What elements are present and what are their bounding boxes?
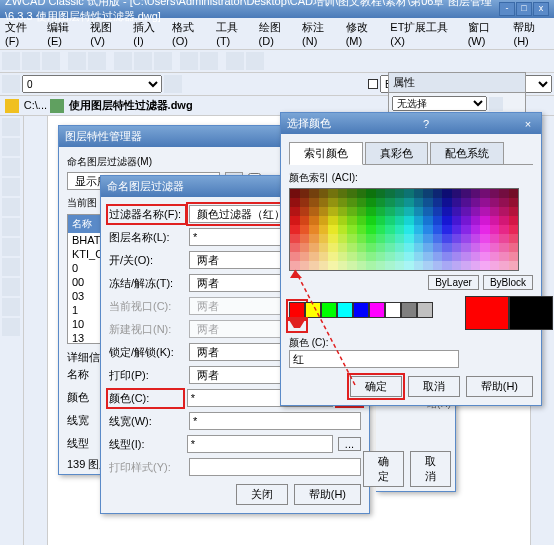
lt-filter-input[interactable]: [187, 435, 333, 453]
palette-swatch[interactable]: [395, 243, 405, 252]
palette-swatch[interactable]: [423, 252, 433, 261]
palette-swatch[interactable]: [452, 189, 462, 198]
palette-swatch[interactable]: [461, 252, 471, 261]
palette-swatch[interactable]: [319, 189, 329, 198]
palette-swatch[interactable]: [300, 261, 310, 270]
palette-swatch[interactable]: [490, 234, 500, 243]
palette-swatch[interactable]: [328, 189, 338, 198]
zoom-icon[interactable]: [246, 52, 264, 70]
palette-swatch[interactable]: [404, 189, 414, 198]
palette-swatch[interactable]: [347, 207, 357, 216]
palette-swatch[interactable]: [376, 189, 386, 198]
palette-swatch[interactable]: [414, 243, 424, 252]
palette-swatch[interactable]: [442, 252, 452, 261]
palette-swatch[interactable]: [509, 234, 519, 243]
palette-swatch[interactable]: [490, 243, 500, 252]
palette-swatch[interactable]: [385, 216, 395, 225]
palette-swatch[interactable]: [471, 252, 481, 261]
filter-help-button[interactable]: 帮助(H): [294, 484, 361, 505]
palette-swatch[interactable]: [395, 207, 405, 216]
palette-swatch[interactable]: [338, 198, 348, 207]
palette-swatch[interactable]: [404, 243, 414, 252]
palette-swatch[interactable]: [300, 252, 310, 261]
palette-swatch[interactable]: [338, 243, 348, 252]
palette-swatch[interactable]: [357, 189, 367, 198]
palette-swatch[interactable]: [499, 198, 509, 207]
palette-swatch[interactable]: [499, 261, 509, 270]
menu-et[interactable]: ET扩展工具(X): [390, 20, 459, 47]
color-cancel-button[interactable]: 取消: [408, 376, 460, 397]
layer-prev-icon[interactable]: [164, 75, 182, 93]
save-icon[interactable]: [42, 52, 60, 70]
palette-swatch[interactable]: [433, 252, 443, 261]
palette-swatch[interactable]: [300, 216, 310, 225]
palette-swatch[interactable]: [471, 243, 481, 252]
redo-icon[interactable]: [200, 52, 218, 70]
palette-swatch[interactable]: [328, 234, 338, 243]
spline-icon[interactable]: [2, 258, 20, 276]
palette-swatch[interactable]: [290, 234, 300, 243]
palette-swatch[interactable]: [404, 207, 414, 216]
menu-format[interactable]: 格式(O): [172, 20, 208, 47]
palette-swatch[interactable]: [404, 225, 414, 234]
layer-mgr-icon[interactable]: [2, 75, 20, 93]
std-color-swatch[interactable]: [385, 302, 401, 318]
std-color-swatch[interactable]: [369, 302, 385, 318]
palette-swatch[interactable]: [366, 234, 376, 243]
palette-swatch[interactable]: [347, 198, 357, 207]
palette-swatch[interactable]: [461, 216, 471, 225]
palette-swatch[interactable]: [423, 207, 433, 216]
copy-icon[interactable]: [134, 52, 152, 70]
palette-swatch[interactable]: [490, 252, 500, 261]
std-color-swatch[interactable]: [305, 302, 321, 318]
palette-swatch[interactable]: [490, 261, 500, 270]
palette-swatch[interactable]: [423, 198, 433, 207]
palette-swatch[interactable]: [328, 252, 338, 261]
palette-swatch[interactable]: [404, 198, 414, 207]
palette-swatch[interactable]: [290, 189, 300, 198]
palette-swatch[interactable]: [319, 252, 329, 261]
palette-swatch[interactable]: [452, 243, 462, 252]
palette-swatch[interactable]: [290, 198, 300, 207]
palette-swatch[interactable]: [347, 225, 357, 234]
palette-swatch[interactable]: [385, 198, 395, 207]
palette-swatch[interactable]: [328, 261, 338, 270]
palette-swatch[interactable]: [385, 189, 395, 198]
pline-icon[interactable]: [2, 158, 20, 176]
palette-swatch[interactable]: [414, 198, 424, 207]
maximize-button[interactable]: □: [516, 2, 532, 16]
menu-insert[interactable]: 插入(I): [133, 20, 164, 47]
palette-swatch[interactable]: [347, 216, 357, 225]
color-palette[interactable]: [289, 188, 519, 271]
palette-swatch[interactable]: [338, 261, 348, 270]
palette-swatch[interactable]: [404, 234, 414, 243]
palette-swatch[interactable]: [480, 243, 490, 252]
palette-swatch[interactable]: [480, 261, 490, 270]
palette-swatch[interactable]: [347, 234, 357, 243]
byblock-button[interactable]: ByBlock: [483, 275, 533, 290]
menu-draw[interactable]: 绘图(D): [259, 20, 295, 47]
open-icon[interactable]: [22, 52, 40, 70]
palette-swatch[interactable]: [395, 234, 405, 243]
arc-icon[interactable]: [2, 218, 20, 236]
palette-swatch[interactable]: [338, 225, 348, 234]
palette-swatch[interactable]: [309, 225, 319, 234]
palette-swatch[interactable]: [490, 225, 500, 234]
palette-swatch[interactable]: [338, 189, 348, 198]
palette-swatch[interactable]: [480, 234, 490, 243]
palette-swatch[interactable]: [442, 216, 452, 225]
palette-swatch[interactable]: [442, 243, 452, 252]
palette-swatch[interactable]: [366, 207, 376, 216]
polygon-icon[interactable]: [2, 178, 20, 196]
palette-swatch[interactable]: [461, 207, 471, 216]
palette-swatch[interactable]: [366, 261, 376, 270]
palette-swatch[interactable]: [376, 216, 386, 225]
lt-browse-button[interactable]: ...: [338, 437, 361, 451]
preview-icon[interactable]: [88, 52, 106, 70]
circle-icon[interactable]: [2, 238, 20, 256]
palette-swatch[interactable]: [376, 207, 386, 216]
std-color-swatch[interactable]: [289, 302, 305, 318]
palette-swatch[interactable]: [509, 207, 519, 216]
palette-swatch[interactable]: [376, 225, 386, 234]
color-ok-button[interactable]: 确定: [350, 376, 402, 397]
